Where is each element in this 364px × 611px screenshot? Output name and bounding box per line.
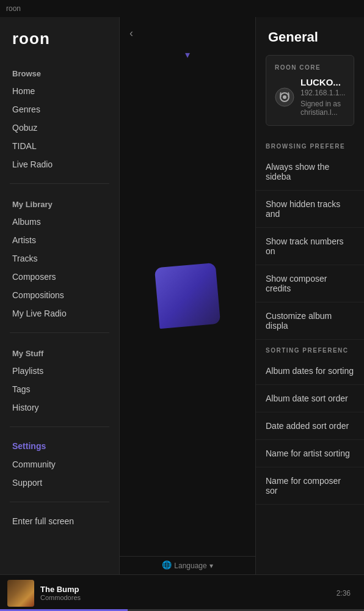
player-thumb-image [7,580,34,607]
sidebar-item-artists[interactable]: Artists [0,231,119,249]
album-art-area: ‹ ▾ [120,17,255,574]
core-info: LUCKO... 192.168.1.1... Signed in as chr… [275,77,345,117]
core-details: LUCKO... 192.168.1.1... Signed in as chr… [300,77,345,117]
sidebar-item-composers[interactable]: Composers [0,268,119,286]
player-thumbnail [7,580,34,607]
sidebar-item-tags[interactable]: Tags [0,380,119,398]
sidebar-item-support[interactable]: Support [0,474,119,492]
divider-3 [10,426,109,427]
browse-section-title: Browse [0,63,119,82]
top-bar-title: roon [6,4,21,13]
album-art [155,263,220,329]
fullscreen-section: Enter full screen [0,507,119,535]
sidebar-item-tracks[interactable]: Tracks [0,249,119,268]
setting-always-show-sidebar[interactable]: Always show the sideba [256,153,364,191]
main-content: ‹ ▾ [120,17,255,574]
setting-customize-album-display[interactable]: Customize album displa [256,302,364,340]
dropdown-arrow[interactable]: ▾ [185,49,190,60]
svg-point-3 [283,95,286,99]
sidebar-item-qobuz[interactable]: Qobuz [0,119,119,137]
divider-4 [10,502,109,502]
core-ip: 192.168.1.1... [300,89,345,97]
sidebar-item-genres[interactable]: Genres [0,100,119,119]
player-artist-name: Commodores [40,594,330,601]
sidebar-item-history[interactable]: History [0,398,119,417]
core-icon [275,87,294,107]
core-name: LUCKO... [300,77,345,87]
my-stuff-section: My Stuff Playlists Tags History [0,338,119,422]
sidebar-item-fullscreen[interactable]: Enter full screen [0,512,119,530]
my-library-title: My Library [0,194,119,213]
logo: roon [0,17,119,58]
top-bar: roon [0,0,364,17]
settings-panel: General ROON CORE LUCKO... [255,17,364,574]
divider-2 [10,332,109,333]
sidebar-item-live-radio[interactable]: Live Radio [0,155,119,174]
sidebar-item-albums[interactable]: Albums [0,213,119,231]
setting-show-composer-credits[interactable]: Show composer credits [256,265,364,302]
setting-show-hidden-tracks[interactable]: Show hidden tracks and [256,191,364,228]
player-track-name: The Bump [40,585,330,594]
core-signed-in: Signed in as christian.l... [300,100,345,117]
sidebar: roon Browse Home Genres Qobuz TIDAL Live… [0,17,120,574]
bottom-nav-section: Settings Community Support [0,432,119,497]
browse-section: Browse Home Genres Qobuz TIDAL Live Radi… [0,58,119,178]
back-button[interactable]: ‹ [129,27,133,40]
settings-title: General [256,17,364,55]
player-track-info: The Bump Commodores [40,585,330,601]
logo-text: roon [12,29,107,48]
setting-album-dates-sorting[interactable]: Album dates for sorting [256,357,364,385]
roon-core-card[interactable]: ROON CORE LUCKO... 192.168.1.1... [266,55,354,126]
sorting-preferences-header: SORTING PREFERENC [256,340,364,357]
language-bar: 🌐 Language ▾ [120,556,255,574]
roon-core-label: ROON CORE [275,64,345,71]
sidebar-item-home[interactable]: Home [0,82,119,100]
my-stuff-title: My Stuff [0,343,119,362]
language-selector[interactable]: 🌐 Language ▾ [162,560,213,571]
sidebar-item-settings[interactable]: Settings [0,437,119,455]
sidebar-item-tidal[interactable]: TIDAL [0,137,119,155]
language-dropdown-arrow: ▾ [209,562,213,570]
player-time: 2:36 [337,589,351,598]
setting-album-date-sort-order[interactable]: Album date sort order [256,385,364,412]
language-label: Language [174,562,206,570]
divider-1 [10,183,109,184]
sidebar-item-compositions[interactable]: Compositions [0,286,119,304]
sidebar-item-my-live-radio[interactable]: My Live Radio [0,304,119,323]
setting-name-for-artist-sorting[interactable]: Name for artist sorting [256,440,364,467]
player-bar: The Bump Commodores 2:36 [0,574,364,611]
setting-date-added-sort-order[interactable]: Date added sort order [256,412,364,440]
svg-text:🌐: 🌐 [162,560,172,569]
sidebar-item-playlists[interactable]: Playlists [0,362,119,380]
browsing-preferences-header: BROWSING PREFERE [256,136,364,153]
sidebar-item-community[interactable]: Community [0,455,119,474]
language-icon: 🌐 [162,560,172,571]
setting-show-track-numbers[interactable]: Show track numbers on [256,228,364,265]
setting-name-for-composer-sorting[interactable]: Name for composer sor [256,467,364,505]
my-library-section: My Library Albums Artists Tracks Compose… [0,189,119,327]
